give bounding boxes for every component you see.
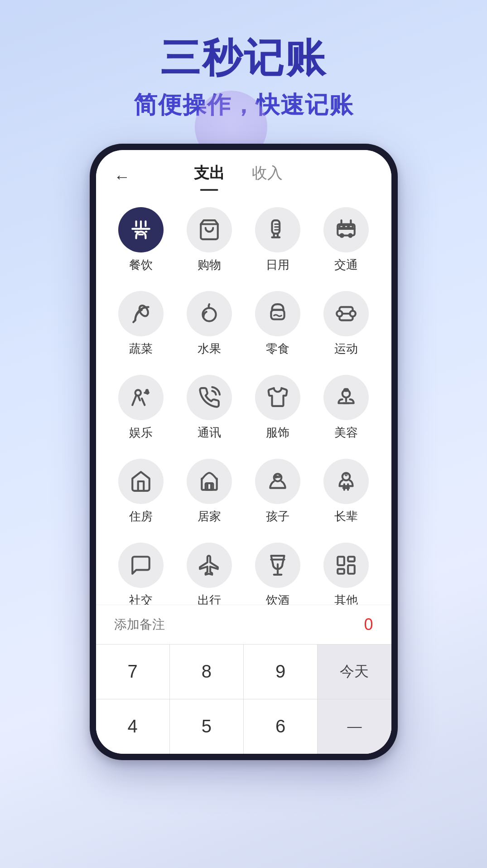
dining-label: 餐饮 <box>129 257 153 273</box>
social-label: 社交 <box>129 592 153 605</box>
hero-title: 三秒记账 <box>134 36 354 80</box>
transport-icon-wrap <box>323 207 369 252</box>
key-8[interactable]: 8 <box>170 645 244 699</box>
telecom-icon <box>198 386 221 409</box>
svg-rect-30 <box>348 557 355 561</box>
numpad: 7 8 9 今天 4 5 6 — <box>96 644 391 754</box>
fruit-label: 水果 <box>198 341 221 357</box>
key-7[interactable]: 7 <box>96 645 170 699</box>
clothing-icon <box>266 386 289 409</box>
other-label: 其他 <box>334 592 358 605</box>
snack-icon-wrap <box>255 291 300 336</box>
back-button[interactable]: ← <box>114 167 130 186</box>
tab-bar: 支出 收入 <box>194 163 283 191</box>
category-housing[interactable]: 住房 <box>107 451 175 532</box>
sport-label: 运动 <box>334 341 358 357</box>
child-icon <box>266 470 289 493</box>
category-other[interactable]: 其他 <box>312 535 381 605</box>
category-child[interactable]: 孩子 <box>244 451 312 532</box>
fruit-icon-wrap <box>187 291 232 336</box>
svg-rect-21 <box>344 389 348 391</box>
category-elder[interactable]: 长辈 <box>312 451 381 532</box>
tab-income[interactable]: 收入 <box>252 163 283 191</box>
key-today[interactable]: 今天 <box>318 645 391 699</box>
category-drink[interactable]: 饮酒 <box>244 535 312 605</box>
daily-icon-wrap <box>255 207 300 252</box>
numpad-row-2: 4 5 6 — <box>96 699 391 754</box>
category-veggie[interactable]: 蔬菜 <box>107 284 175 364</box>
notes-amount-row: 0 <box>96 605 391 644</box>
svg-rect-10 <box>344 225 348 228</box>
numpad-row-1: 7 8 9 今天 <box>96 644 391 699</box>
beauty-label: 美容 <box>334 425 358 441</box>
svg-point-25 <box>279 476 280 477</box>
key-5[interactable]: 5 <box>170 699 244 754</box>
category-home[interactable]: 居家 <box>175 451 244 532</box>
clothing-label: 服饰 <box>266 425 289 441</box>
transport-icon <box>335 218 357 241</box>
category-social[interactable]: 社交 <box>107 535 175 605</box>
other-icon <box>335 554 357 577</box>
elder-icon-wrap <box>323 459 369 504</box>
home-label: 居家 <box>198 509 221 524</box>
housing-label: 住房 <box>129 509 153 524</box>
snack-icon <box>266 302 289 325</box>
dining-icon <box>130 218 152 241</box>
snack-label: 零食 <box>266 341 289 357</box>
housing-icon <box>130 470 152 493</box>
svg-rect-32 <box>338 569 344 573</box>
svg-rect-9 <box>339 225 343 228</box>
category-daily[interactable]: 日用 <box>244 200 312 280</box>
shopping-icon <box>198 218 221 241</box>
child-icon-wrap <box>255 459 300 504</box>
phone-mockup: ← 支出 收入 <box>90 144 398 760</box>
category-dining[interactable]: 餐饮 <box>107 200 175 280</box>
notes-input[interactable] <box>114 617 364 632</box>
svg-rect-31 <box>348 565 355 574</box>
svg-rect-29 <box>338 557 344 565</box>
categories-scroll: 餐饮 购物 <box>96 191 391 605</box>
entertain-label: 娱乐 <box>129 425 153 441</box>
phone-inner-screen: ← 支出 收入 <box>96 150 391 754</box>
category-transport[interactable]: 交通 <box>312 200 381 280</box>
category-snack[interactable]: 零食 <box>244 284 312 364</box>
key-4[interactable]: 4 <box>96 699 170 754</box>
child-label: 孩子 <box>266 509 289 524</box>
veggie-icon <box>130 302 152 325</box>
home-icon-wrap <box>187 459 232 504</box>
travel-icon <box>198 554 221 577</box>
svg-point-12 <box>138 304 150 318</box>
sport-icon <box>335 302 357 325</box>
category-clothing[interactable]: 服饰 <box>244 368 312 448</box>
daily-icon <box>266 218 289 241</box>
social-icon <box>130 554 152 577</box>
sport-icon-wrap <box>323 291 369 336</box>
category-sport[interactable]: 运动 <box>312 284 381 364</box>
category-beauty[interactable]: 美容 <box>312 368 381 448</box>
category-shopping[interactable]: 购物 <box>175 200 244 280</box>
tab-expense[interactable]: 支出 <box>194 163 225 191</box>
travel-label: 出行 <box>198 592 221 605</box>
beauty-icon <box>335 386 357 409</box>
key-minus[interactable]: — <box>318 699 391 754</box>
svg-point-27 <box>345 474 347 475</box>
category-fruit[interactable]: 水果 <box>175 284 244 364</box>
telecom-icon-wrap <box>187 375 232 420</box>
category-telecom[interactable]: 通讯 <box>175 368 244 448</box>
svg-rect-11 <box>349 225 352 228</box>
svg-rect-14 <box>271 310 284 319</box>
category-travel[interactable]: 出行 <box>175 535 244 605</box>
drink-label: 饮酒 <box>266 592 289 605</box>
svg-point-0 <box>137 232 138 233</box>
home-icon <box>198 470 221 493</box>
phone-outer-frame: ← 支出 收入 <box>90 144 398 760</box>
elder-label: 长辈 <box>334 509 358 524</box>
key-6[interactable]: 6 <box>244 699 318 754</box>
transport-label: 交通 <box>334 257 358 273</box>
dining-icon-wrap <box>118 207 164 252</box>
category-grid: 餐饮 购物 <box>107 200 381 605</box>
category-entertain[interactable]: 娱乐 <box>107 368 175 448</box>
shopping-icon-wrap <box>187 207 232 252</box>
key-9[interactable]: 9 <box>244 645 318 699</box>
daily-label: 日用 <box>266 257 289 273</box>
